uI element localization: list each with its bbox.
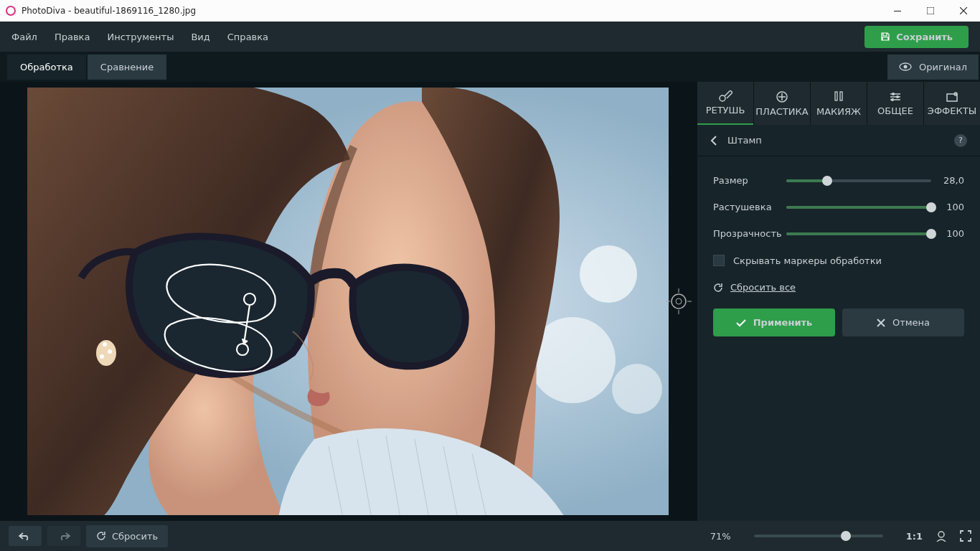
size-value: 28,0 (940, 175, 964, 186)
svg-point-39 (896, 95, 899, 98)
svg-point-43 (938, 532, 944, 537)
svg-point-12 (108, 349, 112, 354)
check-icon (736, 319, 746, 327)
hide-markers-label: Скрывать маркеры обработки (733, 255, 882, 266)
general-icon (889, 91, 902, 103)
right-panel: РЕТУШЬ ПЛАСТИКА МАКИЯЖ ОБЩЕЕ ЭФФЕКТЫ Шта… (696, 82, 980, 521)
tab-makeup-label: МАКИЯЖ (816, 106, 861, 117)
tab-effects[interactable]: ЭФФЕКТЫ (923, 82, 980, 125)
tab-plastic-label: ПЛАСТИКА (755, 106, 808, 117)
redo-button[interactable] (47, 526, 80, 546)
svg-point-38 (892, 93, 895, 95)
photo[interactable] (27, 88, 669, 515)
fullscreen-button[interactable] (960, 530, 971, 542)
reset-all-link[interactable]: Сбросить все (713, 282, 964, 293)
makeup-icon (832, 90, 845, 103)
feather-label: Растушевка (713, 202, 778, 212)
reset-label: Сбросить (112, 531, 158, 542)
maximize-button[interactable] (914, 0, 947, 22)
retouch-icon (718, 90, 732, 102)
svg-rect-34 (840, 92, 842, 100)
eye-icon (899, 62, 912, 71)
size-slider[interactable] (786, 179, 931, 182)
svg-point-23 (672, 294, 686, 309)
save-icon (880, 32, 890, 42)
save-button[interactable]: Сохранить (864, 26, 969, 48)
reset-icon (96, 531, 106, 541)
tab-effects-label: ЭФФЕКТЫ (928, 105, 976, 116)
menu-tools[interactable]: Инструменты (107, 32, 174, 42)
zoom-value: 71% (710, 531, 731, 542)
brush-cursor (666, 288, 692, 314)
hide-markers-checkbox[interactable]: Скрывать маркеры обработки (713, 255, 964, 266)
toolbar: Обработка Сравнение Оригинал (0, 52, 980, 82)
opacity-slider[interactable] (786, 232, 931, 235)
feather-value: 100 (940, 202, 964, 212)
help-button[interactable]: ? (954, 134, 967, 147)
checkbox-box (713, 255, 725, 266)
opacity-value: 100 (940, 228, 964, 239)
menu-file[interactable]: Файл (11, 32, 37, 42)
menu-edit[interactable]: Правка (55, 32, 90, 42)
reset-all-label: Сбросить все (730, 282, 796, 293)
svg-point-7 (612, 364, 662, 414)
original-label: Оригинал (919, 62, 967, 72)
ratio-button[interactable]: 1:1 (906, 531, 923, 542)
window-title: PhotoDiva - beautiful-1869116_1280.jpg (22, 6, 196, 16)
canvas-area[interactable] (0, 82, 696, 521)
tab-makeup[interactable]: МАКИЯЖ (810, 82, 867, 125)
tab-compare[interactable]: Сравнение (88, 55, 166, 80)
zoom-slider[interactable] (754, 534, 883, 537)
cancel-button[interactable]: Отмена (842, 309, 964, 336)
back-button[interactable] (710, 135, 717, 146)
save-label: Сохранить (896, 32, 953, 42)
undo-button[interactable] (9, 526, 42, 546)
bottombar: Сбросить 71% 1:1 (0, 521, 980, 551)
titlebar: PhotoDiva - beautiful-1869116_1280.jpg (0, 0, 980, 22)
svg-point-13 (100, 354, 104, 359)
cancel-label: Отмена (892, 317, 930, 328)
tab-general-label: ОБЩЕЕ (877, 105, 913, 116)
apply-button[interactable]: Применить (713, 309, 835, 336)
svg-point-5 (580, 245, 637, 303)
tab-retouch[interactable]: РЕТУШЬ (697, 82, 753, 125)
svg-rect-0 (894, 11, 901, 11)
slider-size: Размер 28,0 (713, 175, 964, 186)
svg-point-24 (676, 298, 682, 304)
effects-icon (946, 91, 958, 103)
apply-label: Применить (753, 317, 813, 328)
tab-general[interactable]: ОБЩЕЕ (867, 82, 923, 125)
svg-point-40 (891, 98, 894, 101)
close-button[interactable] (947, 0, 980, 22)
face-button[interactable] (936, 530, 947, 542)
svg-rect-33 (835, 92, 837, 100)
reset-button[interactable]: Сбросить (86, 525, 168, 547)
size-label: Размер (713, 175, 778, 186)
svg-point-29 (720, 95, 725, 101)
original-button[interactable]: Оригинал (887, 55, 979, 80)
menu-help[interactable]: Справка (227, 32, 268, 42)
minimize-button[interactable] (881, 0, 914, 22)
svg-rect-1 (927, 7, 934, 14)
tool-title: Штамп (727, 135, 762, 146)
menubar: Файл Правка Инструменты Вид Справка Сохр… (0, 22, 980, 52)
tab-plastic[interactable]: ПЛАСТИКА (753, 82, 810, 125)
plastic-icon (776, 90, 788, 103)
feather-slider[interactable] (786, 206, 931, 209)
opacity-label: Прозрачность (713, 228, 778, 239)
reset-icon (713, 283, 723, 293)
menu-view[interactable]: Вид (191, 32, 209, 42)
app-logo (6, 6, 16, 16)
slider-feather: Растушевка 100 (713, 202, 964, 212)
tab-retouch-label: РЕТУШЬ (706, 105, 745, 116)
close-icon (877, 319, 885, 327)
svg-point-3 (904, 65, 908, 69)
svg-point-11 (103, 342, 107, 347)
slider-opacity: Прозрачность 100 (713, 228, 964, 239)
tab-process[interactable]: Обработка (7, 55, 86, 80)
